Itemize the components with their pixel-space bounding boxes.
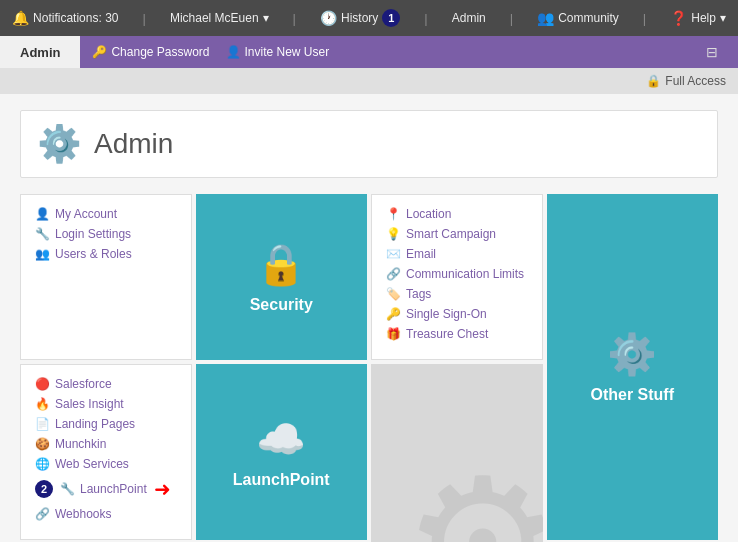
smart-campaign-label: Smart Campaign xyxy=(406,227,496,241)
tags-icon: 🏷️ xyxy=(386,287,401,301)
change-password-label: Change Password xyxy=(111,45,209,59)
history-icon: 🕐 xyxy=(320,10,337,26)
smart-campaign-icon: 💡 xyxy=(386,227,401,241)
grid-cell-account: 👤 My Account 🔧 Login Settings 👥 Users & … xyxy=(20,194,192,360)
my-account-label: My Account xyxy=(55,207,117,221)
salesforce-link[interactable]: 🔴 Salesforce xyxy=(35,377,177,391)
my-account-link[interactable]: 👤 My Account xyxy=(35,207,177,221)
invite-user-link[interactable]: 👤 Invite New User xyxy=(226,45,330,59)
sso-icon: 🔑 xyxy=(386,307,401,321)
salesforce-label: Salesforce xyxy=(55,377,112,391)
admin-grid: 👤 My Account 🔧 Login Settings 👥 Users & … xyxy=(20,194,718,542)
help-icon: ❓ xyxy=(670,10,687,26)
admin-gear-icon: ⚙️ xyxy=(37,123,82,165)
notifications-nav-item[interactable]: 🔔 Notifications: 30 xyxy=(12,10,118,26)
nav-separator-3: | xyxy=(424,11,427,26)
admin-tab-label: Admin xyxy=(20,45,60,60)
user-arrow-icon: ▾ xyxy=(263,11,269,25)
web-services-link[interactable]: 🌐 Web Services xyxy=(35,457,177,471)
history-badge: 1 xyxy=(382,9,400,27)
email-icon: ✉️ xyxy=(386,247,401,261)
help-arrow-icon: ▾ xyxy=(720,11,726,25)
treasure-chest-link[interactable]: 🎁 Treasure Chest xyxy=(386,327,528,341)
landing-pages-label: Landing Pages xyxy=(55,417,135,431)
decorative-gear-icon: ⚙ xyxy=(402,454,543,542)
munchkin-link[interactable]: 🍪 Munchkin xyxy=(35,437,177,451)
notifications-label: Notifications: 30 xyxy=(33,11,118,25)
login-settings-label: Login Settings xyxy=(55,227,131,241)
launchpoint-badge: 2 xyxy=(35,480,53,498)
login-settings-icon: 🔧 xyxy=(35,227,50,241)
admin-page-title: Admin xyxy=(94,128,173,160)
communication-limits-label: Communication Limits xyxy=(406,267,524,281)
admin-header: ⚙️ Admin xyxy=(20,110,718,178)
user-menu[interactable]: Michael McEuen ▾ xyxy=(170,11,269,25)
tags-label: Tags xyxy=(406,287,431,301)
communication-limits-icon: 🔗 xyxy=(386,267,401,281)
location-link[interactable]: 📍 Location xyxy=(386,207,528,221)
nav-separator-2: | xyxy=(293,11,296,26)
munchkin-label: Munchkin xyxy=(55,437,106,451)
sales-insight-link[interactable]: 🔥 Sales Insight xyxy=(35,397,177,411)
admin-nav-item[interactable]: Admin xyxy=(452,11,486,25)
launchpoint-arrow-icon: ➜ xyxy=(154,477,171,501)
grid-cell-launchpoint[interactable]: ☁️ LaunchPoint xyxy=(196,364,368,540)
launchpoint-cloud-icon: ☁️ xyxy=(256,416,306,463)
user-name: Michael McEuen xyxy=(170,11,259,25)
treasure-chest-label: Treasure Chest xyxy=(406,327,488,341)
grid-cell-security[interactable]: 🔒 Security xyxy=(196,194,368,360)
grid-cell-gear-decoration: ⚙ xyxy=(371,364,543,542)
admin-tab[interactable]: Admin xyxy=(0,36,80,68)
history-label: History xyxy=(341,11,378,25)
full-access-label: Full Access xyxy=(665,74,726,88)
change-password-icon: 🔑 xyxy=(92,45,107,59)
salesforce-icon: 🔴 xyxy=(35,377,50,391)
nav-separator-1: | xyxy=(143,11,146,26)
window-controls: ⊟ xyxy=(706,44,726,60)
community-icon: 👥 xyxy=(537,10,554,26)
launchpoint-icon: 🔧 xyxy=(60,482,75,496)
email-label: Email xyxy=(406,247,436,261)
email-link[interactable]: ✉️ Email xyxy=(386,247,528,261)
web-services-icon: 🌐 xyxy=(35,457,50,471)
tags-link[interactable]: 🏷️ Tags xyxy=(386,287,528,301)
landing-pages-link[interactable]: 📄 Landing Pages xyxy=(35,417,177,431)
launchpoint-link[interactable]: 2 🔧 LaunchPoint ➜ xyxy=(35,477,177,501)
help-nav-item[interactable]: ❓ Help ▾ xyxy=(670,10,726,26)
nav-separator-5: | xyxy=(643,11,646,26)
invite-user-label: Invite New User xyxy=(245,45,330,59)
launchpoint-teal-label: LaunchPoint xyxy=(233,471,330,489)
single-sign-on-link[interactable]: 🔑 Single Sign-On xyxy=(386,307,528,321)
other-stuff-icon: ⚙️ xyxy=(607,331,657,378)
treasure-chest-icon: 🎁 xyxy=(386,327,401,341)
admin-label: Admin xyxy=(452,11,486,25)
grid-cell-apps: 🔴 Salesforce 🔥 Sales Insight 📄 Landing P… xyxy=(20,364,192,540)
webhooks-link[interactable]: 🔗 Webhooks xyxy=(35,507,177,521)
history-nav-item[interactable]: 🕐 History 1 xyxy=(320,9,400,27)
launchpoint-label: LaunchPoint xyxy=(80,482,147,496)
my-account-icon: 👤 xyxy=(35,207,50,221)
security-label: Security xyxy=(250,296,313,314)
sales-insight-icon: 🔥 xyxy=(35,397,50,411)
grid-cell-other-stuff[interactable]: ⚙️ Other Stuff xyxy=(547,194,719,540)
single-sign-on-label: Single Sign-On xyxy=(406,307,487,321)
community-nav-item[interactable]: 👥 Community xyxy=(537,10,619,26)
munchkin-icon: 🍪 xyxy=(35,437,50,451)
location-label: Location xyxy=(406,207,451,221)
community-label: Community xyxy=(558,11,619,25)
minimize-icon[interactable]: ⊟ xyxy=(706,44,718,60)
tab-bar-actions: 🔑 Change Password 👤 Invite New User ⊟ xyxy=(80,36,738,68)
tab-bar: Admin 🔑 Change Password 👤 Invite New Use… xyxy=(0,36,738,68)
notifications-icon: 🔔 xyxy=(12,10,29,26)
communication-limits-link[interactable]: 🔗 Communication Limits xyxy=(386,267,528,281)
other-stuff-label: Other Stuff xyxy=(590,386,674,404)
web-services-label: Web Services xyxy=(55,457,129,471)
full-access-lock-icon: 🔒 xyxy=(646,74,661,88)
security-lock-icon: 🔒 xyxy=(256,241,306,288)
users-roles-link[interactable]: 👥 Users & Roles xyxy=(35,247,177,261)
login-settings-link[interactable]: 🔧 Login Settings xyxy=(35,227,177,241)
users-roles-icon: 👥 xyxy=(35,247,50,261)
invite-user-icon: 👤 xyxy=(226,45,241,59)
change-password-link[interactable]: 🔑 Change Password xyxy=(92,45,209,59)
smart-campaign-link[interactable]: 💡 Smart Campaign xyxy=(386,227,528,241)
